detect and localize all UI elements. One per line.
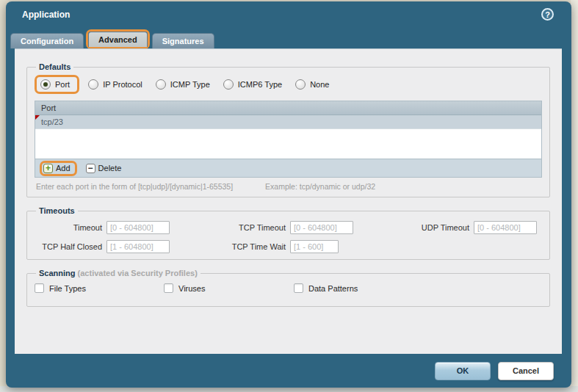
field-label: UDP Timeout <box>402 223 469 232</box>
checkbox-file-types[interactable]: File Types <box>35 283 164 293</box>
field-label: TCP Timeout <box>218 223 286 232</box>
tcp-half-closed-input[interactable] <box>106 240 170 253</box>
annotation-highlight-advanced-tab: Advanced <box>86 29 150 49</box>
tab-strip: Configuration Advanced Signatures <box>6 29 571 48</box>
timeouts-grid: Timeout TCP Timeout UDP Timeout TCP Half… <box>35 221 542 253</box>
port-table-footer: + Add − Delete <box>35 159 541 177</box>
tab-configuration[interactable]: Configuration <box>10 33 84 48</box>
tcp-time-wait-field: TCP Time Wait <box>218 240 402 253</box>
field-label: TCP Time Wait <box>218 242 286 251</box>
delete-button-label: Delete <box>98 164 122 173</box>
scanning-legend-note: (activated via Security Profiles) <box>78 269 198 277</box>
timeouts-legend: Timeouts <box>36 206 78 215</box>
dialog-title: Application <box>22 10 70 20</box>
defaults-legend: Defaults <box>36 62 73 71</box>
minus-icon: − <box>86 164 95 173</box>
checkbox-label: Viruses <box>178 284 205 293</box>
checkbox-data-patterns[interactable]: Data Patterns <box>294 283 358 293</box>
radio-label: IP Protocol <box>103 80 142 89</box>
add-button-label: Add <box>56 164 71 173</box>
radio-icmp-type[interactable]: ICMP Type <box>156 79 210 90</box>
scanning-section: Scanning (activated via Security Profile… <box>26 269 550 307</box>
udp-timeout-field: UDP Timeout <box>402 221 542 234</box>
port-table-column-header: Port <box>35 101 541 115</box>
timeout-input[interactable] <box>106 221 170 234</box>
scanning-legend-title: Scanning <box>39 269 76 277</box>
help-icon[interactable]: ? <box>541 8 554 21</box>
checkbox-icon[interactable] <box>294 283 303 293</box>
radio-icmp6-type[interactable]: ICMP6 Type <box>223 79 282 90</box>
radio-label: ICMP6 Type <box>238 80 282 89</box>
delete-button[interactable]: − Delete <box>86 164 122 173</box>
radio-label: Port <box>55 80 70 89</box>
port-table: Port tcp/23 + Add − Delete <box>35 101 542 178</box>
radio-button-icon[interactable] <box>156 79 166 90</box>
radio-port[interactable]: Port <box>40 79 70 90</box>
tcp-time-wait-input[interactable] <box>290 240 339 253</box>
application-dialog: Application ? Configuration Advanced Sig… <box>6 1 571 388</box>
field-label: Timeout <box>35 223 102 232</box>
dialog-titlebar: Application ? <box>6 1 571 29</box>
radio-label: ICMP Type <box>170 80 210 89</box>
checkbox-icon[interactable] <box>35 283 44 293</box>
cancel-button[interactable]: Cancel <box>498 362 554 380</box>
checkbox-viruses[interactable]: Viruses <box>164 283 294 293</box>
radio-none[interactable]: None <box>295 79 329 90</box>
field-label: TCP Half Closed <box>35 242 102 251</box>
ok-button[interactable]: OK <box>435 362 491 380</box>
add-button[interactable]: + Add <box>43 164 71 173</box>
checkbox-label: File Types <box>49 284 86 293</box>
dialog-footer: OK Cancel <box>6 354 571 388</box>
defaults-section: Defaults Port IP Protocol ICMP Type <box>26 62 550 197</box>
tcp-timeout-input[interactable] <box>290 221 353 234</box>
table-row-tcp-23[interactable]: tcp/23 <box>35 115 541 129</box>
tab-advanced[interactable]: Advanced <box>88 32 148 47</box>
annotation-highlight-port-radio: Port <box>35 75 79 94</box>
udp-timeout-input[interactable] <box>474 221 537 234</box>
radio-label: None <box>310 80 329 89</box>
timeout-field: Timeout <box>35 221 218 234</box>
tcp-half-closed-field: TCP Half Closed <box>35 240 218 253</box>
background-page-sliver <box>571 0 578 392</box>
port-format-hint: Enter each port in the form of [tcp|udp]… <box>35 182 542 191</box>
plus-icon: + <box>43 164 53 173</box>
checkbox-label: Data Patterns <box>308 284 358 293</box>
timeouts-section: Timeouts Timeout TCP Timeout UDP Timeout… <box>26 206 550 260</box>
checkbox-icon[interactable] <box>164 283 173 293</box>
tab-signatures[interactable]: Signatures <box>152 33 214 48</box>
annotation-highlight-add-button: + Add <box>40 161 77 176</box>
radio-ip-protocol[interactable]: IP Protocol <box>88 79 142 90</box>
tcp-timeout-field: TCP Timeout <box>218 221 402 234</box>
scanning-legend: Scanning (activated via Security Profile… <box>36 269 201 277</box>
radio-button-icon[interactable] <box>40 79 51 90</box>
radio-button-icon[interactable] <box>223 79 234 90</box>
port-table-empty-area <box>35 129 541 159</box>
radio-button-icon[interactable] <box>88 79 98 90</box>
hint-text: Enter each port in the form of [tcp|udp]… <box>36 182 233 191</box>
scanning-checkbox-group: File Types Viruses Data Patterns <box>35 283 542 293</box>
defaults-radio-group: Port IP Protocol ICMP Type ICMP6 Type <box>35 75 542 94</box>
tab-content-advanced: Defaults Port IP Protocol ICMP Type <box>15 48 562 354</box>
radio-button-icon[interactable] <box>295 79 306 90</box>
hint-example-text: Example: tcp/dynamic or udp/32 <box>265 182 375 191</box>
